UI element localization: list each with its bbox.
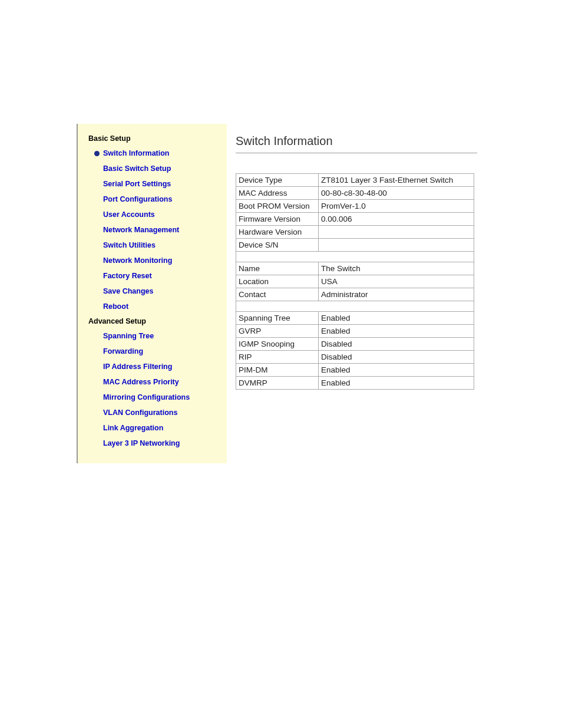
nav-link[interactable]: Port Configurations (103, 195, 172, 203)
table-row: Device S/N (236, 239, 474, 252)
table-spacer (236, 301, 474, 312)
info-label: DVMRP (236, 377, 319, 390)
info-label: Hardware Version (236, 226, 319, 239)
info-value: Disabled (319, 351, 474, 364)
sidebar-item-ip-address-filtering[interactable]: IP Address Filtering (103, 361, 220, 373)
sidebar-item-user-accounts[interactable]: User Accounts (103, 209, 220, 220)
table-row: PIM-DM Enabled (236, 364, 474, 377)
info-label: Contact (236, 288, 319, 301)
sidebar-item-mirroring-configurations[interactable]: Mirroring Configurations (103, 391, 220, 403)
basic-setup-title: Basic Setup (88, 134, 220, 143)
info-value (319, 226, 474, 239)
table-row: MAC Address 00-80-c8-30-48-00 (236, 187, 474, 200)
sidebar-item-network-monitoring[interactable]: Network Monitoring (103, 255, 220, 266)
sidebar-item-link-aggregation[interactable]: Link Aggregation (103, 422, 220, 434)
info-value: USA (319, 275, 474, 288)
info-label: Location (236, 275, 319, 288)
switch-info-table: Device Type ZT8101 Layer 3 Fast-Ethernet… (236, 173, 474, 390)
info-label: Boot PROM Version (236, 200, 319, 213)
info-value: Enabled (319, 312, 474, 325)
sidebar-item-factory-reset[interactable]: Factory Reset (103, 270, 220, 282)
app-container: Basic Setup Switch Information Basic Swi… (77, 124, 474, 463)
nav-link[interactable]: Layer 3 IP Networking (103, 439, 180, 447)
sidebar-item-reboot[interactable]: Reboot (103, 301, 220, 312)
sidebar-item-mac-address-priority[interactable]: MAC Address Priority (103, 376, 220, 388)
nav-link[interactable]: Mirroring Configurations (103, 393, 190, 401)
table-row: Boot PROM Version PromVer-1.0 (236, 200, 474, 213)
sidebar-item-port-configurations[interactable]: Port Configurations (103, 193, 220, 205)
nav-link[interactable]: Network Management (103, 226, 179, 234)
info-label: GVRP (236, 325, 319, 338)
info-value: ZT8101 Layer 3 Fast-Ethernet Switch (319, 174, 474, 187)
info-value: Enabled (319, 364, 474, 377)
nav-link[interactable]: Spanning Tree (103, 332, 154, 340)
info-value: Enabled (319, 377, 474, 390)
info-value: Enabled (319, 325, 474, 338)
info-value: The Switch (319, 262, 474, 275)
nav-link[interactable]: VLAN Configurations (103, 409, 177, 417)
sidebar-item-spanning-tree[interactable]: Spanning Tree (103, 330, 220, 342)
title-divider (236, 153, 477, 153)
info-label: Device S/N (236, 239, 319, 252)
sidebar-item-vlan-configurations[interactable]: VLAN Configurations (103, 407, 220, 419)
sidebar-item-forwarding[interactable]: Forwarding (103, 345, 220, 357)
table-row: Device Type ZT8101 Layer 3 Fast-Ethernet… (236, 174, 474, 187)
table-row: Location USA (236, 275, 474, 288)
info-label: MAC Address (236, 187, 319, 200)
table-row: DVMRP Enabled (236, 377, 474, 390)
sidebar-item-network-management[interactable]: Network Management (103, 224, 220, 236)
nav-link[interactable]: User Accounts (103, 210, 155, 219)
info-value: 00-80-c8-30-48-00 (319, 187, 474, 200)
nav-link[interactable]: Link Aggregation (103, 424, 163, 432)
info-value: 0.00.006 (319, 213, 474, 226)
nav-link[interactable]: Switch Utilities (103, 241, 156, 249)
info-label: Device Type (236, 174, 319, 187)
table-row: GVRP Enabled (236, 325, 474, 338)
page-title: Switch Information (236, 134, 474, 148)
main-content: Switch Information Device Type ZT8101 La… (227, 124, 474, 463)
sidebar-item-serial-port-settings[interactable]: Serial Port Settings (103, 178, 220, 190)
nav-link[interactable]: Network Monitoring (103, 256, 172, 265)
info-label: RIP (236, 351, 319, 364)
table-row: Contact Administrator (236, 288, 474, 301)
info-value: Administrator (319, 288, 474, 301)
nav-link[interactable]: Serial Port Settings (103, 180, 171, 188)
table-row: RIP Disabled (236, 351, 474, 364)
active-bullet-icon (94, 151, 100, 156)
sidebar-item-switch-information[interactable]: Switch Information (94, 147, 220, 159)
info-label: PIM-DM (236, 364, 319, 377)
advanced-setup-title: Advanced Setup (88, 317, 220, 325)
info-label: Spanning Tree (236, 312, 319, 325)
table-row: Spanning Tree Enabled (236, 312, 474, 325)
info-label: Name (236, 262, 319, 275)
nav-link[interactable]: Basic Switch Setup (103, 164, 171, 173)
info-label: IGMP Snooping (236, 338, 319, 351)
nav-link[interactable]: Reboot (103, 302, 128, 311)
sidebar-item-save-changes[interactable]: Save Changes (103, 285, 220, 297)
sidebar: Basic Setup Switch Information Basic Swi… (77, 124, 227, 463)
info-value: PromVer-1.0 (319, 200, 474, 213)
table-row: Name The Switch (236, 262, 474, 275)
info-label: Firmware Version (236, 213, 319, 226)
nav-link[interactable]: Save Changes (103, 287, 153, 295)
nav-link[interactable]: Forwarding (103, 347, 143, 355)
nav-link[interactable]: Switch Information (103, 149, 170, 157)
info-value (319, 239, 474, 252)
nav-link[interactable]: MAC Address Priority (103, 378, 179, 386)
sidebar-item-layer3-ip-networking[interactable]: Layer 3 IP Networking (103, 437, 220, 449)
table-row: Firmware Version 0.00.006 (236, 213, 474, 226)
table-row: IGMP Snooping Disabled (236, 338, 474, 351)
sidebar-item-basic-switch-setup[interactable]: Basic Switch Setup (103, 163, 220, 174)
info-value: Disabled (319, 338, 474, 351)
sidebar-item-switch-utilities[interactable]: Switch Utilities (103, 239, 220, 251)
nav-link[interactable]: IP Address Filtering (103, 363, 172, 371)
table-row: Hardware Version (236, 226, 474, 239)
table-spacer (236, 252, 474, 262)
nav-link[interactable]: Factory Reset (103, 272, 152, 280)
